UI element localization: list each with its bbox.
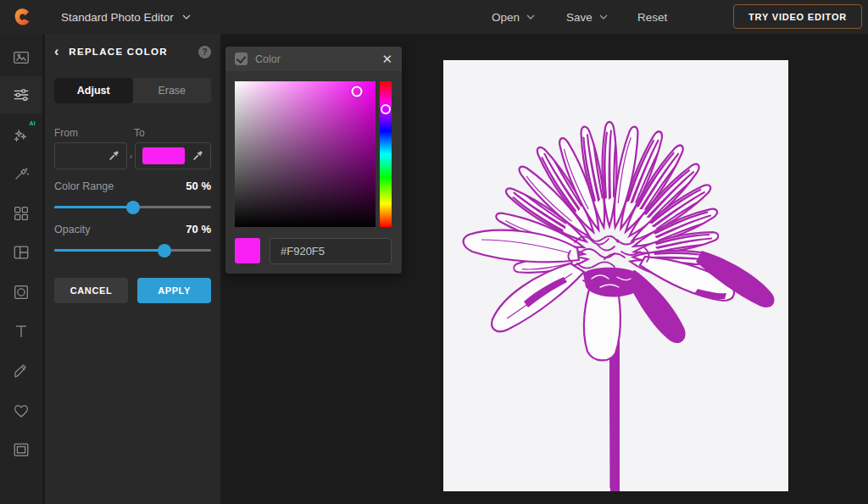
sidebar-item-photo[interactable]	[0, 39, 42, 76]
overlay-icon	[12, 283, 31, 302]
to-label: To	[134, 127, 145, 139]
color-range-slider-thumb[interactable]	[126, 201, 140, 214]
slider-fill	[54, 206, 133, 208]
opacity-value: 70 %	[186, 223, 211, 235]
help-icon[interactable]: ?	[198, 46, 211, 58]
adjust-sliders-icon	[12, 86, 31, 104]
chevron-down-icon	[526, 14, 535, 19]
cancel-button[interactable]: CANCEL	[54, 278, 128, 303]
sidebar-item-overlays[interactable]	[0, 274, 42, 311]
opacity-label: Opacity	[54, 224, 90, 235]
color-picker-header[interactable]: Color ✕	[225, 47, 402, 71]
apps-grid-icon	[12, 204, 31, 223]
heart-icon	[12, 402, 31, 420]
color-picker-title: Color	[255, 53, 281, 65]
open-menu[interactable]: Open	[492, 0, 535, 34]
sidebar-item-ai-effects[interactable]: AI	[0, 115, 42, 152]
hex-color-input[interactable]	[270, 238, 392, 264]
tool-sidebar: AI	[0, 34, 42, 504]
chevron-down-icon	[182, 14, 191, 19]
color-range-label: Color Range	[54, 180, 114, 192]
hue-slider[interactable]	[380, 81, 392, 227]
editor-mode-label: Standard Photo Editor	[61, 11, 174, 24]
chevron-down-icon	[599, 14, 608, 19]
sidebar-item-collage[interactable]	[0, 234, 42, 271]
tab-erase[interactable]: Erase	[133, 78, 212, 103]
frame-icon	[12, 440, 31, 459]
try-video-editor-button[interactable]: TRY VIDEO EDITOR	[733, 4, 862, 29]
slider-fill	[54, 249, 164, 252]
to-color-picker[interactable]	[135, 142, 211, 169]
app-logo-icon[interactable]	[12, 6, 34, 28]
collage-icon	[12, 243, 31, 262]
eyedropper-icon[interactable]	[192, 150, 203, 162]
magic-wand-icon	[12, 164, 31, 183]
draw-icon	[12, 362, 31, 380]
saturation-value-area[interactable]	[235, 81, 376, 227]
sidebar-item-adjust[interactable]	[0, 76, 42, 114]
save-label: Save	[566, 11, 593, 24]
back-icon[interactable]: ‹	[54, 45, 58, 58]
ai-effects-icon	[12, 125, 31, 143]
from-color-picker[interactable]	[54, 142, 127, 169]
save-menu[interactable]: Save	[566, 0, 608, 34]
hue-slider-thumb[interactable]	[381, 104, 391, 114]
replace-color-panel: ‹ REPLACE COLOR ? Adjust Erase From To ›…	[45, 34, 220, 504]
flower-artwork	[443, 60, 788, 491]
top-bar: Standard Photo Editor Open Save Reset TR…	[0, 0, 868, 34]
opacity-slider-thumb[interactable]	[158, 244, 171, 258]
current-color-swatch	[235, 238, 260, 263]
color-picker-popup: Color ✕	[225, 47, 402, 274]
to-color-swatch[interactable]	[142, 147, 185, 164]
ai-badge: AI	[29, 120, 36, 126]
photo-icon	[12, 48, 31, 67]
sidebar-item-graphics[interactable]	[0, 392, 42, 429]
reset-label: Reset	[637, 11, 667, 24]
open-label: Open	[492, 11, 520, 24]
sidebar-item-draw[interactable]	[0, 352, 42, 390]
mode-tabs: Adjust Erase	[54, 78, 211, 103]
opacity-slider[interactable]	[54, 249, 211, 252]
color-range-slider[interactable]	[54, 206, 211, 208]
sidebar-item-text[interactable]	[0, 313, 42, 350]
close-icon[interactable]: ✕	[381, 53, 392, 65]
apply-button[interactable]: APPLY	[137, 278, 211, 303]
reset-button[interactable]: Reset	[637, 0, 667, 34]
sidebar-item-frames[interactable]	[0, 431, 42, 468]
eyedropper-icon[interactable]	[108, 150, 120, 162]
tab-adjust[interactable]: Adjust	[54, 78, 133, 103]
sidebar-item-touchup[interactable]	[0, 155, 42, 192]
sv-cursor[interactable]	[352, 86, 363, 97]
color-enabled-checkbox[interactable]	[235, 53, 248, 65]
text-icon	[12, 322, 31, 341]
sidebar-item-effects[interactable]	[0, 195, 42, 232]
editor-mode-selector[interactable]: Standard Photo Editor	[61, 0, 191, 34]
panel-title: REPLACE COLOR	[69, 47, 168, 57]
canvas-image[interactable]	[443, 60, 788, 491]
from-to-arrow: ›	[127, 152, 135, 161]
color-range-value: 50 %	[186, 180, 211, 192]
from-label: From	[54, 127, 134, 139]
